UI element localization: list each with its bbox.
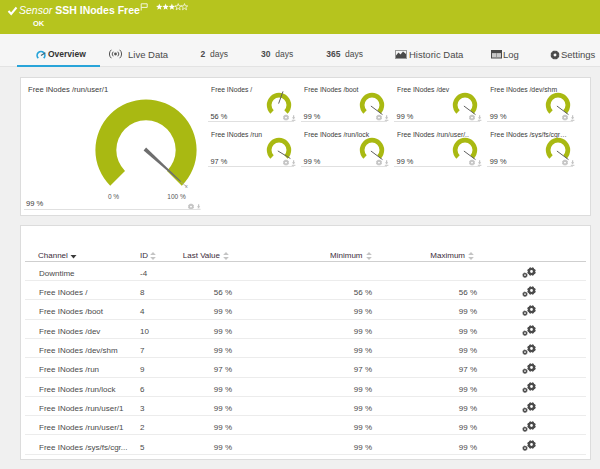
svg-text:x: x	[185, 184, 188, 190]
